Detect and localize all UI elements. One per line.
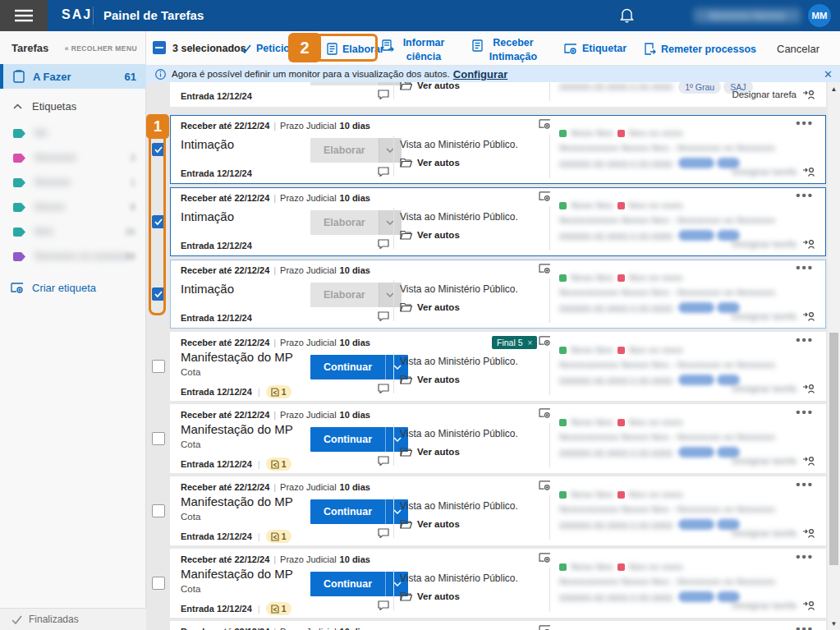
ver-autos-link[interactable]: Ver autos (400, 447, 460, 457)
etiquetar-icon[interactable] (539, 481, 551, 490)
chevron-down-icon[interactable] (379, 82, 402, 85)
comment-icon[interactable] (378, 456, 389, 466)
receber-intimacao-button[interactable]: Receber Intimação (484, 36, 542, 64)
task-card[interactable]: Receber até 22/12/24|Prazo Judicial10 di… (170, 260, 826, 329)
chevron-down-icon[interactable] (379, 283, 402, 307)
scrollbar-thumb[interactable] (829, 333, 838, 565)
select-all-checkbox[interactable] (153, 41, 166, 54)
draft-count-badge[interactable]: 1 (266, 602, 291, 615)
ver-autos-link[interactable]: Ver autos (400, 591, 460, 601)
task-card[interactable]: Receber até 22/12/24|Prazo Judicial10 di… (170, 404, 826, 473)
task-card[interactable]: Receber até 22/12/24|Prazo Judicial10 di… (170, 187, 826, 256)
designar-tarefa-button[interactable]: Designar tarefa (732, 311, 815, 321)
collapse-menu-button[interactable]: « RECOLHER MENU (65, 44, 137, 53)
etiquetar-icon[interactable] (539, 408, 551, 418)
designar-tarefa-button[interactable]: Designar tarefa (732, 456, 815, 466)
sidebar-tag-item[interactable]: Nnnnn8 (0, 195, 146, 219)
case-number: 000000-00.0000.0.00.0000 (559, 232, 672, 241)
ver-autos-link[interactable]: Ver autos (400, 519, 460, 529)
card-action-button[interactable]: Elaborar (310, 210, 402, 235)
card-action-button[interactable]: Elaborar (310, 138, 402, 163)
tag-icon (12, 177, 26, 188)
etiquetar-icon[interactable] (539, 191, 551, 201)
etiquetar-icon[interactable] (539, 625, 551, 630)
party-tag-red (617, 419, 625, 426)
draft-icon (271, 388, 279, 397)
folder-icon (400, 302, 412, 312)
ver-autos-link[interactable]: Ver autos (400, 375, 460, 384)
task-card[interactable]: Receber até 22/12/24|Prazo Judicial10 di… (170, 332, 826, 401)
close-icon[interactable]: ✕ (824, 69, 833, 80)
task-checkbox[interactable] (152, 577, 165, 590)
comment-icon[interactable] (378, 528, 389, 538)
more-options-icon[interactable]: ••• (796, 622, 814, 630)
etiquetas-section-toggle[interactable]: Etiquetas (0, 94, 146, 117)
notifications-bell-icon[interactable] (620, 7, 634, 23)
remeter-processos-button[interactable]: Remeter processos (645, 43, 756, 55)
sidebar-tag-item[interactable]: Nnnnnn1 (0, 170, 146, 195)
hamburger-menu-button[interactable] (0, 0, 48, 31)
comment-icon[interactable] (378, 90, 389, 99)
configurar-link[interactable]: Configurar (453, 68, 507, 80)
designar-tarefa-button[interactable]: Designar tarefa (732, 167, 815, 177)
remove-tag-icon[interactable]: × (528, 338, 533, 347)
elaborar-button[interactable]: Elaborar (327, 43, 384, 55)
scroll-up-arrow[interactable]: ▲ (828, 82, 840, 95)
task-card[interactable]: Receber até 22/12/24|Prazo Judicial10 di… (170, 549, 826, 618)
scrollbar[interactable]: ▲ ▼ (828, 82, 840, 630)
comment-icon[interactable] (378, 167, 389, 177)
ver-autos-link[interactable]: Ver autos (400, 82, 460, 90)
task-checkbox[interactable] (152, 143, 165, 156)
sidebar-item-a-fazer[interactable]: A Fazer 61 (0, 64, 146, 89)
comment-icon[interactable] (378, 311, 389, 321)
task-card[interactable]: Receber até 22/12/24|Prazo Judicial10 di… (170, 82, 826, 107)
sidebar-tag-item[interactable]: Nn (0, 121, 146, 145)
sidebar-tag-item[interactable]: Nnnnnnn3 (0, 145, 146, 170)
card-action-button[interactable]: Elaborar (310, 283, 402, 307)
ver-autos-link[interactable]: Ver autos (400, 158, 460, 168)
party-tag-green (559, 563, 567, 571)
app-logo[interactable]: SAJ (62, 7, 92, 22)
designar-tarefa-button[interactable]: Designar tarefa (732, 239, 815, 249)
task-card[interactable]: Receber até 22/12/24|Prazo Judicial10 di… (170, 476, 826, 545)
draft-count-badge[interactable]: 1 (266, 458, 291, 471)
task-checkbox[interactable] (152, 504, 165, 517)
sidebar-tag-item[interactable]: Nnn26 (0, 219, 146, 244)
task-card[interactable]: Receber até 22/12/24|Prazo Judicial10 di… (170, 115, 826, 184)
sidebar-tag-item[interactable]: Nnnnnnn nn nnnnnn98 (0, 244, 146, 269)
etiquetar-icon[interactable] (539, 553, 551, 563)
comment-icon[interactable] (378, 384, 389, 393)
draft-count-badge[interactable]: 1 (266, 385, 291, 398)
informar-ciencia-button[interactable]: Informar ciência (397, 36, 451, 64)
task-checkbox[interactable] (152, 432, 165, 445)
task-card[interactable]: Receber até 22/12/24|Prazo Judicial10 di… (170, 621, 826, 630)
avatar[interactable]: MM (808, 4, 831, 27)
task-checkbox[interactable] (152, 360, 165, 373)
scroll-down-arrow[interactable]: ▼ (828, 617, 840, 630)
criar-etiqueta-button[interactable]: Criar etiqueta (0, 275, 146, 300)
task-checkbox[interactable] (152, 287, 165, 301)
designar-tarefa-button[interactable]: Designar tarefa (732, 528, 815, 538)
task-checkbox[interactable] (152, 215, 165, 228)
chevron-down-icon[interactable] (379, 138, 402, 163)
tag-icon (12, 153, 26, 163)
etiquetar-icon[interactable] (539, 336, 551, 346)
etiquetar-button[interactable]: Etiquetar (564, 43, 627, 54)
cancelar-button[interactable]: Cancelar (777, 43, 819, 55)
designar-tarefa-button[interactable]: Designar tarefa (732, 600, 815, 610)
comment-icon[interactable] (378, 600, 389, 610)
chevron-down-icon[interactable] (379, 210, 402, 235)
ver-autos-link[interactable]: Ver autos (400, 230, 460, 240)
designar-tarefa-button[interactable]: Designar tarefa (732, 90, 815, 99)
draft-count-badge[interactable]: 1 (266, 530, 291, 543)
clipboard-icon (13, 70, 25, 83)
etiquetar-icon[interactable] (539, 119, 551, 129)
etiquetar-icon[interactable] (539, 264, 551, 274)
finalizadas-button[interactable]: Finalizadas (0, 608, 146, 630)
case-class-text: Nnnnnnnnnnn Nnnnn Nnn - Nnnnnnnn nn Nnnn… (559, 287, 775, 297)
final-tag-badge[interactable]: Final 5× (492, 336, 537, 349)
ver-autos-link[interactable]: Ver autos (400, 302, 460, 312)
card-action-button[interactable]: Elaborar (310, 82, 402, 85)
designar-tarefa-button[interactable]: Designar tarefa (732, 384, 815, 393)
comment-icon[interactable] (378, 239, 389, 249)
